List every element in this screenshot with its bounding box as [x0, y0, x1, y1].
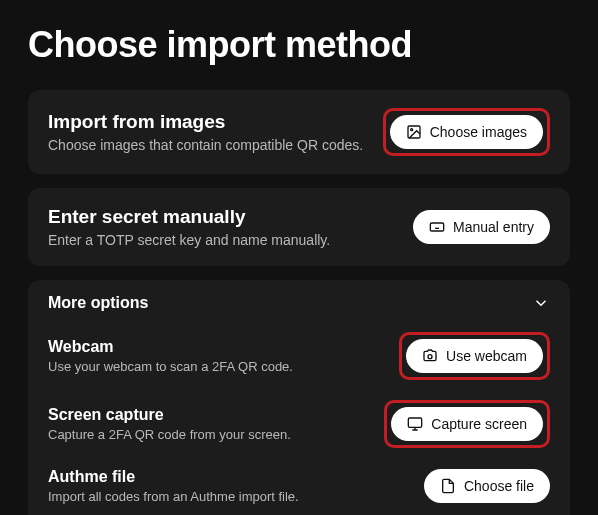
button-label: Use webcam: [446, 348, 527, 364]
keyboard-icon: [429, 219, 445, 235]
screen-capture-desc: Capture a 2FA QR code from your screen.: [48, 427, 368, 442]
monitor-icon: [407, 416, 423, 432]
svg-point-3: [428, 355, 432, 359]
more-options-toggle[interactable]: More options: [48, 294, 550, 320]
webcam-row: Webcam Use your webcam to scan a 2FA QR …: [48, 324, 550, 388]
file-icon: [440, 478, 456, 494]
svg-point-1: [410, 129, 412, 131]
button-col: Choose file: [392, 469, 550, 503]
authme-file-desc: Import all codes from an Authme import f…: [48, 489, 376, 504]
image-icon: [406, 124, 422, 140]
more-options-card: More options Webcam Use your webcam to s…: [28, 280, 570, 515]
camera-icon: [422, 348, 438, 364]
sub-text: Webcam Use your webcam to scan a 2FA QR …: [48, 338, 376, 374]
import-images-title: Import from images: [48, 111, 367, 133]
card-text: Import from images Choose images that co…: [48, 111, 367, 153]
highlight-box: Use webcam: [399, 332, 550, 380]
button-col: Capture screen: [384, 400, 550, 448]
more-options-label: More options: [48, 294, 148, 312]
button-label: Manual entry: [453, 219, 534, 235]
manual-entry-card: Enter secret manually Enter a TOTP secre…: [28, 188, 570, 266]
manual-entry-button[interactable]: Manual entry: [413, 210, 550, 244]
screen-capture-title: Screen capture: [48, 406, 368, 424]
webcam-desc: Use your webcam to scan a 2FA QR code.: [48, 359, 376, 374]
button-label: Choose images: [430, 124, 527, 140]
button-col: Use webcam: [392, 332, 550, 380]
sub-text: Screen capture Capture a 2FA QR code fro…: [48, 406, 368, 442]
capture-screen-button[interactable]: Capture screen: [391, 407, 543, 441]
choose-images-button[interactable]: Choose images: [390, 115, 543, 149]
use-webcam-button[interactable]: Use webcam: [406, 339, 543, 373]
chevron-down-icon: [532, 294, 550, 312]
choose-file-button[interactable]: Choose file: [424, 469, 550, 503]
svg-rect-4: [409, 418, 422, 427]
authme-file-row: Authme file Import all codes from an Aut…: [48, 460, 550, 512]
page-title: Choose import method: [28, 24, 570, 66]
button-label: Choose file: [464, 478, 534, 494]
card-text: Enter secret manually Enter a TOTP secre…: [48, 206, 397, 248]
authme-file-title: Authme file: [48, 468, 376, 486]
import-images-desc: Choose images that contain compatible QR…: [48, 137, 367, 153]
svg-rect-2: [430, 223, 443, 231]
manual-entry-title: Enter secret manually: [48, 206, 397, 228]
webcam-title: Webcam: [48, 338, 376, 356]
screen-capture-row: Screen capture Capture a 2FA QR code fro…: [48, 392, 550, 456]
highlight-box: Capture screen: [384, 400, 550, 448]
manual-entry-desc: Enter a TOTP secret key and name manuall…: [48, 232, 397, 248]
button-label: Capture screen: [431, 416, 527, 432]
sub-text: Authme file Import all codes from an Aut…: [48, 468, 376, 504]
highlight-box: Choose images: [383, 108, 550, 156]
import-images-card: Import from images Choose images that co…: [28, 90, 570, 174]
